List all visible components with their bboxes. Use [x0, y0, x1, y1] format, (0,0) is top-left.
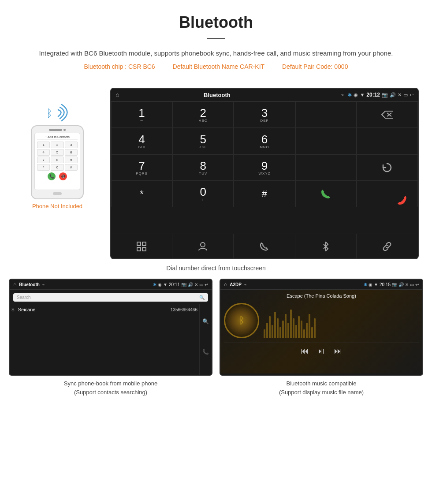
- equalizer-visualization: [264, 303, 419, 338]
- contacts-search-bar[interactable]: Search 🔍: [13, 293, 208, 302]
- dial-bottom-bar: [111, 234, 418, 258]
- music-cam-icon[interactable]: 📷: [392, 282, 397, 287]
- key-7[interactable]: 7PQRS: [111, 154, 172, 181]
- music-home-icon[interactable]: ⌂: [224, 281, 227, 287]
- key-9[interactable]: 9WXYZ: [234, 154, 295, 181]
- contacts-status-bar: ⌂ Bluetooth ⌁ ✱ ◉ ▼ 20:11 📷 🔊 ✕ ▭ ↩: [10, 280, 212, 290]
- refresh-key[interactable]: [357, 154, 418, 181]
- backspace-key[interactable]: [357, 101, 418, 128]
- eq-bar-15: [301, 321, 302, 338]
- key-r3c4: [295, 154, 357, 181]
- eq-bar-4: [272, 325, 273, 338]
- search-placeholder: Search: [17, 295, 31, 300]
- contacts-back-icon[interactable]: ↩: [205, 282, 208, 287]
- key-5[interactable]: 5JKL: [172, 128, 234, 154]
- contacts-sig-icon: ▼: [163, 282, 168, 287]
- window-icon[interactable]: ▭: [403, 92, 408, 98]
- phone-not-included-label: Phone Not Included: [32, 203, 82, 209]
- dial-screen-title: Bluetooth: [110, 92, 338, 98]
- eq-bar-3: [269, 316, 271, 338]
- music-content: ᛒ: [224, 303, 419, 338]
- phone-screen: + Add to Contacts 1 2 3 4 5 6 7 8 9 * 0 …: [34, 133, 80, 190]
- eq-bar-19: [311, 327, 313, 338]
- phone-icon[interactable]: [234, 234, 295, 258]
- next-button[interactable]: ⏭: [334, 347, 342, 356]
- contacts-x-icon[interactable]: ✕: [194, 282, 198, 287]
- contacts-loc-icon: ◉: [158, 282, 162, 287]
- music-vol-icon[interactable]: 🔊: [398, 282, 404, 287]
- bluetooth-icon: ✱: [348, 92, 352, 98]
- eq-bar-10: [287, 323, 289, 338]
- key-6[interactable]: 6MNO: [234, 128, 295, 154]
- play-pause-button[interactable]: ⏯: [317, 347, 325, 356]
- phone-key-8: 8: [51, 157, 63, 163]
- contacts-home-icon[interactable]: ⌂: [13, 281, 16, 287]
- call-button[interactable]: [295, 181, 357, 207]
- end-call-button[interactable]: [357, 181, 418, 207]
- phone-screen-title: + Add to Contacts: [37, 135, 78, 140]
- key-hash[interactable]: #: [234, 181, 295, 207]
- phone-key-4: 4: [37, 149, 50, 156]
- key-star[interactable]: *: [111, 181, 172, 207]
- contacts-win-icon[interactable]: ▭: [199, 282, 203, 287]
- music-caption: Bluetooth music compatible (Support disp…: [220, 379, 423, 396]
- music-status-right: ✱ ◉ ▼ 20:15 📷 🔊 ✕ ▭ ↩: [364, 282, 419, 287]
- key-8[interactable]: 8TUV: [172, 154, 234, 181]
- contact-letter: S: [11, 307, 15, 312]
- phone-end-button: 📵: [59, 172, 67, 180]
- dial-grid-area: 1∞ 2ABC 3DEF 4GHI 5JKL: [111, 101, 418, 234]
- phone-speaker: [49, 129, 62, 131]
- camera-icon[interactable]: 📷: [382, 92, 388, 98]
- song-title: Escape (The Pina Colada Song): [224, 293, 419, 299]
- contacts-search-icon[interactable]: 🔍: [199, 295, 205, 300]
- music-screenshot: ⌂ A2DP ⌁ ✱ ◉ ▼ 20:15 📷 🔊 ✕ ▭ ↩ Escape (T…: [220, 279, 423, 396]
- grid-icon[interactable]: [111, 234, 172, 258]
- description: Integrated with BC6 Bluetooth module, su…: [26, 48, 406, 59]
- usb-icon: ⌁: [341, 92, 344, 98]
- music-status-bar: ⌂ A2DP ⌁ ✱ ◉ ▼ 20:15 📷 🔊 ✕ ▭ ↩: [220, 280, 422, 290]
- key-r2c4: [295, 128, 357, 154]
- specs-bar: Bluetooth chip : CSR BC6 Default Bluetoo…: [26, 63, 406, 70]
- key-1[interactable]: 1∞: [111, 101, 172, 128]
- phone-key-7: 7: [37, 157, 50, 163]
- phone-top-bar: [34, 129, 80, 131]
- middle-row: ᛒ + Add to Contacts 1 2 3 4 5: [0, 88, 432, 259]
- music-content-area: Escape (The Pina Colada Song) ᛒ: [220, 290, 422, 373]
- close-icon[interactable]: ✕: [398, 92, 402, 98]
- volume-icon[interactable]: 🔊: [390, 92, 396, 98]
- prev-button[interactable]: ⏮: [301, 347, 309, 356]
- dial-status-bar: ⌂ Bluetooth ⌁ ✱ ◉ ▼ 20:12 📷 🔊 ✕ ▭ ↩: [111, 89, 418, 101]
- eq-bar-2: [266, 323, 268, 338]
- svg-rect-3: [137, 242, 141, 246]
- phone-key-star: *: [37, 164, 50, 171]
- contacts-cam-icon[interactable]: 📷: [181, 282, 186, 287]
- key-2[interactable]: 2ABC: [172, 101, 234, 128]
- phone-bottom-buttons: 📞 📵: [37, 172, 78, 180]
- eq-bar-16: [303, 329, 305, 338]
- contacts-bt-icon: ✱: [153, 282, 156, 287]
- contacts-search-side-icon[interactable]: 🔍: [202, 318, 209, 325]
- page-title: Bluetooth: [26, 13, 406, 32]
- eq-bar-11: [290, 310, 292, 338]
- key-3[interactable]: 3DEF: [234, 101, 295, 128]
- contacts-status-right: ✱ ◉ ▼ 20:11 📷 🔊 ✕ ▭ ↩: [153, 282, 208, 287]
- music-win-icon[interactable]: ▭: [410, 282, 414, 287]
- contacts-call-icon[interactable]: 📞: [202, 349, 209, 355]
- link-icon[interactable]: [357, 234, 418, 258]
- key-r1c4: [295, 101, 357, 128]
- phone-camera: [63, 129, 66, 131]
- contacts-time: 20:11: [169, 282, 180, 287]
- contacts-vol-icon[interactable]: 🔊: [188, 282, 193, 287]
- back-icon[interactable]: ↩: [410, 92, 413, 98]
- music-x-icon[interactable]: ✕: [405, 282, 409, 287]
- bluetooth-bottom-icon[interactable]: [295, 234, 357, 258]
- pair-spec: Default Pair Code: 0000: [282, 63, 348, 70]
- key-4[interactable]: 4GHI: [111, 128, 172, 154]
- eq-bar-13: [295, 325, 297, 338]
- person-icon[interactable]: [172, 234, 234, 258]
- music-back-icon[interactable]: ↩: [415, 282, 419, 287]
- contact-name: Seicane: [18, 307, 171, 312]
- contact-row[interactable]: S Seicane 13566664466: [10, 304, 199, 315]
- key-0[interactable]: 0+: [172, 181, 234, 207]
- eq-bar-5: [274, 312, 276, 338]
